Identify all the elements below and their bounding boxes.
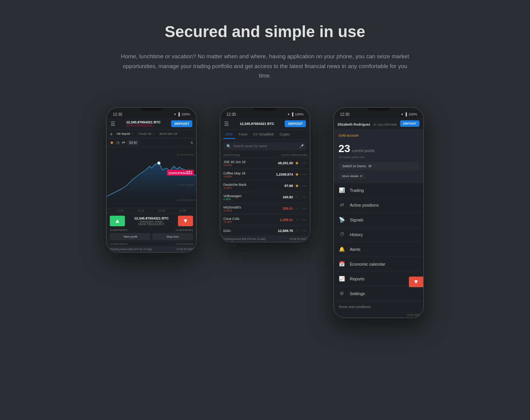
chevron-down-icon: ▾ [360,174,362,178]
time-11-00: 11:00 [117,209,124,212]
tab-fx[interactable]: FX Simplified [251,131,276,139]
draw-icon[interactable]: ∧ [190,140,193,145]
tab-crypto[interactable]: Crypto [277,131,292,139]
tab-close-icon-2[interactable]: × [153,132,154,135]
menu-label-6: Reports [350,277,365,281]
favorite-icon[interactable]: ★ [110,140,114,145]
favorite-star-2[interactable]: ★ [293,183,301,188]
asset-name-5: Coca Cola [223,217,270,221]
dots-menu-1[interactable]: ⋯ [302,172,307,177]
phone-3-account-header: Elizabeth Rodriguez ID: 2341735573846 [338,120,397,127]
phone-2-header: ☰ 12,345.87654321 BTC DEPOSIT [220,118,310,130]
signal-icon-2: ▐ [291,112,293,116]
search-input[interactable] [233,144,297,148]
phone-2-account: 12,345.87654321 BTC [240,122,274,126]
dots-menu-0[interactable]: ⋯ [302,160,307,166]
asset-name-3: Volkswagen [223,194,270,198]
asset-row-5[interactable]: Coca Cola -0.22% 1,258.01 ☆ ⋯ [220,215,310,226]
buy-button[interactable]: ▲ [110,216,125,226]
favorite-star-6[interactable]: ☆ [293,228,301,233]
signal-icon-3: ▐ [405,112,407,116]
favorite-star-4[interactable]: ☆ [293,206,301,211]
menu-label-5: Economic calendar [350,262,385,266]
tab-close-icon[interactable]: × [132,132,133,135]
asset-name-4: McDonald's [223,205,270,209]
wifi-icon-2: ▾ [288,112,290,116]
asset-rate-4: 258.01 [270,207,293,210]
mic-icon[interactable]: 🎤 [299,144,304,148]
deposit-button-3[interactable]: DEPOSIT [400,120,419,127]
sell-button[interactable]: ▼ [178,216,193,226]
asset-row-1[interactable]: Coffee May 18 -0.83% 1,2345.874 ★ ⋯ [220,169,310,180]
dots-menu-3[interactable]: ⋯ [302,194,307,200]
add-tab-icon[interactable]: + [110,131,113,137]
asset-rate-2: 87.68 [270,184,293,188]
menu-item-settings[interactable]: ⚙ Settings [334,286,423,301]
favorite-star-5[interactable]: ☆ [293,217,301,222]
asset-row-2[interactable]: Deutsche Bank -0.41% 87.68 ★ ⋯ [220,180,310,192]
favorite-star-1[interactable]: ★ [293,172,301,177]
menu-item-trading[interactable]: 📊 Trading [334,183,423,198]
terms-button[interactable]: Terms and conditions [334,301,423,313]
asset-change-0: -0.41% [223,164,270,166]
hamburger-icon[interactable]: ☰ [111,121,115,127]
deposit-button-2[interactable]: DEPOSIT [285,120,306,127]
hamburger-icon-2[interactable]: ☰ [224,121,229,127]
tab-crude-oil[interactable]: Crude Oil × [137,131,156,136]
signal-icon: ▐ [178,112,180,116]
dots-menu-4[interactable]: ⋯ [302,206,307,211]
more-details-label: More details [342,174,359,178]
page-headline: Secured and simple in use [165,23,365,41]
search-icon-2: 🔍 [226,144,231,148]
asset-change-3: 0.56% [223,198,270,201]
bottom-right-price: 12.421.0/076.428 [175,243,193,245]
sell-button-partial[interactable]: ▼ [409,277,423,287]
menu-item-alerts[interactable]: 🔔 Alerts [334,242,423,257]
people-icon[interactable]: ⇄ [122,140,125,145]
asset-row-6[interactable]: DJIA 12,889.75 ☆ ⋯ [220,226,310,236]
phone-1: 12:30 ▾ ▐ 100% ☰ 12,345.87654321 BTC 12,… [106,107,197,253]
stop-loss-button[interactable]: Stop loss [152,233,193,240]
deposit-button[interactable]: DEPOSIT [171,120,192,127]
asset-info-0: JSE 40 Jun 18 -0.41% [223,160,270,166]
asset-rate-0: 49,251.00 [270,161,293,165]
phone-1-bottom-info: 12,345.87654321 12.421.0/076.428 [107,242,196,246]
asset-row-3[interactable]: Volkswagen 0.56% 160.82 ☆ ⋯ [220,192,310,203]
tab-oil-sep[interactable]: Oil Sep18 × [115,131,134,136]
dots-menu-6[interactable]: ⋯ [302,228,307,233]
more-details-button[interactable]: More details ▾ [338,173,366,179]
col-header-fav: Favourites [295,154,307,156]
menu-item-history[interactable]: ⏱ History [334,227,423,242]
phone-2: 12:30 ▾ ▐ 100% ☰ 12,345.87654321 BTC DEP… [220,107,310,243]
phone-3-time: 12:30 [340,112,349,117]
phone-3-account-section: Gold account 23 current points 46 trader… [334,130,423,183]
menu-item-active-positions[interactable]: ⇄ Active positions [334,198,423,213]
clock-icon[interactable]: ◷ [116,140,120,145]
bonus-text: Pending bonus (left 21% for 21 day) [110,248,152,250]
tab-cfd[interactable]: CFD [223,131,235,139]
favorite-star-0[interactable]: ★ [293,160,301,166]
bottom-left-price: 12,345.87654321 [110,243,128,245]
asset-row-4[interactable]: McDonald's -0.22% 258.01 ☆ ⋯ [220,203,310,215]
account-type: Gold account [338,134,419,137]
dots-menu-2[interactable]: ⋯ [302,183,307,188]
switch-demo-button[interactable]: Switch to Demo ⟳ [338,162,419,171]
tab-forex[interactable]: Forex [237,131,250,139]
asset-change-2: -0.41% [223,187,270,189]
asset-change-5: -0.22% [223,221,270,223]
take-profit-button[interactable]: Take profit [110,233,151,240]
phone-1-screen: ☰ 12,345.87654321 BTC 12,345.87654321 BT… [107,118,196,252]
favorite-star-3[interactable]: ☆ [293,194,301,200]
menu-item-economic-calendar[interactable]: 📅 Economic calendar [334,257,423,272]
menu-icon-gear: ⚙ [338,290,345,297]
menu-item-signals[interactable]: 📡 Signals [334,213,423,227]
dots-menu-5[interactable]: ⋯ [302,217,307,222]
tab-brent[interactable]: Brent Mar 18 [158,131,179,136]
asset-row-0[interactable]: JSE 40 Jun 18 -0.41% 49,251.00 ★ ⋯ [220,158,310,169]
asset-name-1: Coffee May 18 [223,171,270,175]
timeframe-selector[interactable]: 30 M [127,140,139,145]
trade-sub-prices: 12,345.87654321 12,345.87654321 [107,229,196,232]
chart-dot [157,162,161,165]
price-level-4: 12,345.87654324 [177,199,195,201]
phone-3: 12:30 ▾ ▐ 100% Elizabeth Rodriguez ID: 2… [333,107,424,318]
